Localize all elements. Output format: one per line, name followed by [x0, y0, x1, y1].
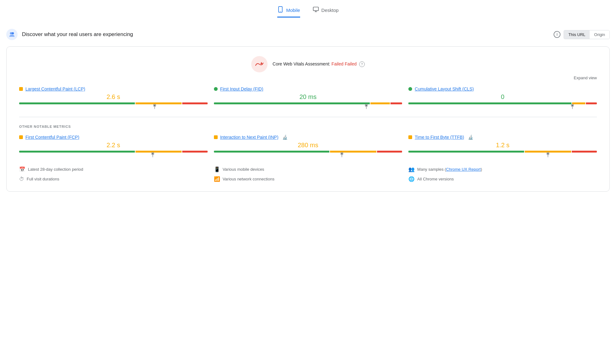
- svg-marker-5: [260, 62, 262, 64]
- footer-item-0: 📅 Latest 28-day collection period: [19, 166, 208, 172]
- footer-text-5: All Chrome versions: [417, 177, 454, 181]
- pin-circle-fcp: [152, 153, 154, 155]
- footer-icon-0: 📅: [19, 166, 25, 172]
- metric-lcp: Largest Contentful Paint (LCP) 2.6 s: [19, 86, 208, 109]
- pin-circle-cls: [571, 104, 573, 107]
- metric-header-ttfb: Time to First Byte (TTFB) 🔬: [408, 135, 597, 140]
- desktop-icon: [313, 6, 319, 14]
- metric-bar-fcp: [19, 151, 208, 158]
- header-right: i This URL Origin: [554, 30, 610, 39]
- footer-item-3: ⏱ Full visit durations: [19, 176, 208, 182]
- metric-dot-lcp: [19, 87, 23, 91]
- pin-circle-lcp: [154, 104, 156, 107]
- metric-value-fcp: 2.2 s: [19, 142, 208, 149]
- metric-bar-cls: [408, 102, 597, 109]
- metric-dot-fid: [214, 87, 218, 91]
- metric-bar-inp: [214, 151, 402, 158]
- origin-button[interactable]: Origin: [590, 30, 609, 39]
- metric-header-fid: First Input Delay (FID): [214, 86, 402, 91]
- info-icon[interactable]: i: [554, 31, 560, 38]
- metric-cls: Cumulative Layout Shift (CLS) 0: [408, 86, 597, 109]
- cwv-label: Core Web Vitals Assessment:: [273, 61, 330, 66]
- main-card: Core Web Vitals Assessment: Failed Faile…: [6, 46, 610, 192]
- pin-ttfb: [547, 153, 549, 157]
- metric-value-lcp: 2.6 s: [19, 93, 208, 101]
- pin-wrapper-lcp: [19, 104, 208, 109]
- footer-text-4: Various network connections: [223, 177, 274, 181]
- url-toggle: This URL Origin: [564, 30, 610, 39]
- pin-line-inp: [342, 155, 342, 157]
- pin-circle-ttfb: [547, 153, 549, 155]
- header-title: Discover what your real users are experi…: [22, 31, 133, 38]
- expand-view-button[interactable]: Expand view: [19, 75, 597, 80]
- header-section: Discover what your real users are experi…: [6, 25, 610, 46]
- footer-icon-4: 📶: [214, 176, 220, 182]
- this-url-button[interactable]: This URL: [564, 30, 590, 39]
- divider: [19, 117, 597, 117]
- footer-item-1: 📱 Various mobile devices: [214, 166, 402, 172]
- svg-point-4: [12, 32, 14, 34]
- metric-label-lcp[interactable]: Largest Contentful Paint (LCP): [25, 86, 85, 91]
- footer-text-0: Latest 28-day collection period: [28, 167, 83, 172]
- core-metrics-grid: Largest Contentful Paint (LCP) 2.6 s: [19, 86, 597, 109]
- footer-icon-3: ⏱: [19, 176, 24, 182]
- pin-circle-fid: [365, 104, 368, 107]
- metric-header-cls: Cumulative Layout Shift (CLS): [408, 86, 597, 91]
- tab-mobile[interactable]: Mobile: [277, 6, 300, 18]
- metric-label-fcp[interactable]: First Contentful Paint (FCP): [25, 135, 79, 140]
- metric-label-cls[interactable]: Cumulative Layout Shift (CLS): [415, 86, 474, 91]
- tabs-row: Mobile Desktop: [6, 6, 610, 18]
- pin-fcp: [152, 153, 154, 157]
- pin-wrapper-fcp: [19, 153, 208, 158]
- metric-dot-ttfb: [408, 135, 412, 139]
- tab-desktop[interactable]: Desktop: [313, 6, 339, 18]
- pin-circle-inp: [341, 153, 343, 155]
- metric-bar-fid: [214, 102, 402, 109]
- experimental-icon: 🔬: [468, 135, 473, 140]
- avatar: [6, 29, 18, 40]
- chrome-ux-link[interactable]: Chrome UX Report: [446, 167, 481, 172]
- cwv-header: Core Web Vitals Assessment: Failed Faile…: [19, 56, 597, 72]
- svg-rect-2: [313, 7, 318, 11]
- metric-header-fcp: First Contentful Paint (FCP): [19, 135, 208, 140]
- metric-bar-ttfb: [408, 151, 597, 158]
- pin-lcp: [154, 104, 156, 109]
- pin-wrapper-cls: [408, 104, 597, 109]
- pin-line-fid: [366, 107, 367, 109]
- footer-text-1: Various mobile devices: [223, 167, 264, 172]
- pin-wrapper-ttfb: [408, 153, 597, 158]
- pin-line-ttfb: [548, 155, 548, 157]
- metric-inp: Interaction to Next Paint (INP) 🔬 280 ms: [214, 135, 402, 158]
- footer-item-2: 👥 Many samples (Chrome UX Report): [408, 166, 597, 172]
- footer-item-5: 🌐 All Chrome versions: [408, 176, 597, 182]
- pin-wrapper-fid: [214, 104, 402, 109]
- metric-label-inp[interactable]: Interaction to Next Paint (INP): [220, 135, 279, 140]
- footer-item-4: 📶 Various network connections: [214, 176, 402, 182]
- experimental-icon: 🔬: [282, 135, 288, 140]
- pin-line-fcp: [153, 155, 153, 157]
- metric-fid: First Input Delay (FID) 20 ms: [214, 86, 402, 109]
- metric-value-cls: 0: [408, 93, 597, 101]
- metric-label-ttfb[interactable]: Time to First Byte (TTFB): [415, 135, 464, 140]
- metric-value-inp: 280 ms: [214, 142, 402, 149]
- info-label: i: [556, 32, 557, 37]
- pin-wrapper-inp: [214, 153, 402, 158]
- metric-dot-fcp: [19, 135, 23, 139]
- pin-fid: [365, 104, 368, 109]
- metric-ttfb: Time to First Byte (TTFB) 🔬 1.2 s: [408, 135, 597, 158]
- footer-icon-2: 👥: [408, 166, 415, 172]
- footer-icon-1: 📱: [214, 166, 220, 172]
- metric-bar-lcp: [19, 102, 208, 109]
- metric-dot-inp: [214, 135, 218, 139]
- other-metrics-label: OTHER NOTABLE METRICS: [19, 125, 597, 128]
- header-left: Discover what your real users are experi…: [6, 29, 133, 40]
- svg-point-1: [280, 11, 281, 12]
- metric-label-fid[interactable]: First Input Delay (FID): [220, 86, 263, 91]
- cwv-help-icon[interactable]: ?: [359, 61, 365, 67]
- metric-header-inp: Interaction to Next Paint (INP) 🔬: [214, 135, 402, 140]
- tab-mobile-label: Mobile: [286, 8, 300, 13]
- footer-text-3: Full visit durations: [27, 177, 59, 181]
- metric-dot-cls: [408, 87, 412, 91]
- pin-cls: [571, 104, 573, 109]
- footer-info: 📅 Latest 28-day collection period 📱 Vari…: [19, 166, 597, 182]
